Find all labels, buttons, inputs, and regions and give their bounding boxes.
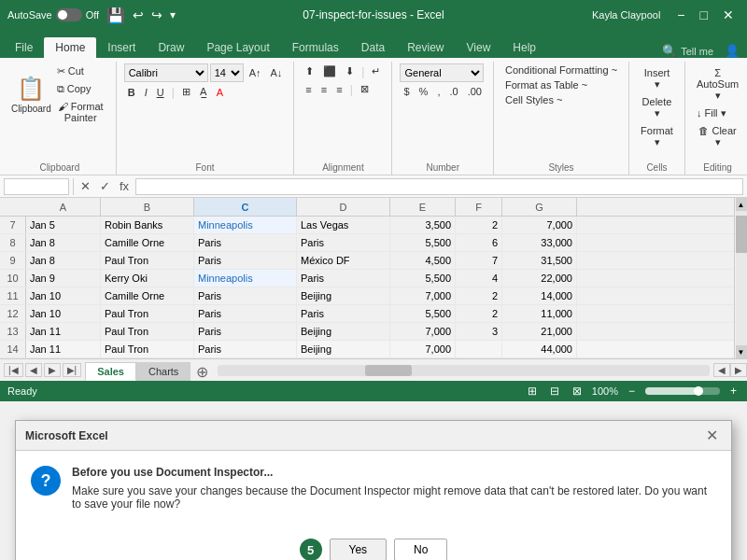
cell-7-c[interactable]: Minneapolis [194, 217, 297, 233]
horizontal-scroll-thumb[interactable] [365, 365, 412, 376]
currency-button[interactable]: $ [400, 84, 413, 99]
dialog-no-button[interactable]: No [394, 539, 447, 560]
cell-13-g[interactable]: 21,000 [502, 323, 577, 340]
name-box[interactable] [4, 178, 69, 195]
cell-11-d[interactable]: Beijing [297, 287, 390, 304]
scroll-down-button[interactable]: ▼ [736, 345, 747, 358]
tab-draw[interactable]: Draw [147, 37, 195, 58]
cell-13-e[interactable]: 7,000 [390, 323, 456, 340]
cell-11-c[interactable]: Paris [194, 287, 297, 304]
tab-help[interactable]: Help [501, 37, 547, 58]
autosum-button[interactable]: Σ AutoSum ▾ [693, 65, 742, 104]
align-center-button[interactable]: ≡ [317, 82, 331, 97]
format-as-table-button[interactable]: Format as Table ~ [501, 78, 591, 91]
cell-14-b[interactable]: Paul Tron [101, 341, 194, 357]
scroll-thumb[interactable] [736, 216, 747, 253]
cell-9-d[interactable]: México DF [297, 252, 390, 269]
zoom-slider[interactable] [645, 387, 720, 395]
align-top-button[interactable]: ⬆ [302, 63, 317, 79]
conditional-formatting-button[interactable]: Conditional Formatting ~ [501, 63, 621, 77]
cell-7-g[interactable]: 7,000 [502, 217, 577, 233]
percent-button[interactable]: % [416, 84, 432, 99]
scroll-up-button[interactable]: ▲ [736, 198, 747, 211]
cell-9-b[interactable]: Paul Tron [101, 252, 194, 269]
cell-14-c[interactable]: Paris [194, 341, 297, 357]
cell-9-g[interactable]: 31,500 [502, 252, 577, 269]
confirm-formula-icon[interactable]: ✓ [97, 179, 113, 193]
cell-7-f[interactable]: 2 [456, 217, 502, 233]
cell-11-g[interactable]: 14,000 [502, 287, 577, 304]
cell-12-d[interactable]: Paris [297, 305, 390, 322]
fill-button[interactable]: ↓ Fill ▾ [693, 105, 742, 121]
cell-14-d[interactable]: Beijing [297, 341, 390, 357]
cell-10-f[interactable]: 4 [456, 270, 502, 287]
sheet-tab-charts[interactable]: Charts [136, 362, 190, 381]
dialog-yes-button[interactable]: Yes [330, 539, 388, 560]
hscroll-left-button[interactable]: ◀ [713, 363, 730, 377]
zoom-in-button[interactable]: + [727, 384, 740, 399]
align-bottom-button[interactable]: ⬇ [342, 63, 358, 79]
tell-me-label[interactable]: Tell me [681, 46, 713, 57]
cell-10-b[interactable]: Kerry Oki [101, 270, 194, 287]
search-icon[interactable]: 🔍 [662, 44, 677, 58]
formula-input[interactable] [135, 178, 743, 195]
redo-icon[interactable]: ↪ [151, 7, 162, 22]
cell-7-e[interactable]: 3,500 [390, 217, 456, 233]
cell-10-d[interactable]: Paris [297, 270, 390, 287]
fill-color-button[interactable]: A̲ [196, 84, 211, 100]
cell-12-f[interactable]: 2 [456, 305, 502, 322]
number-format-select[interactable]: General [400, 63, 484, 82]
cell-8-f[interactable]: 6 [456, 234, 502, 251]
share-icon[interactable]: 👤 [725, 44, 740, 58]
save-icon[interactable]: 💾 [106, 7, 125, 24]
align-middle-button[interactable]: ⬛ [319, 63, 340, 79]
increase-font-button[interactable]: A↑ [246, 65, 265, 80]
cell-14-e[interactable]: 7,000 [390, 341, 456, 357]
cell-9-e[interactable]: 4,500 [390, 252, 456, 269]
cell-13-f[interactable]: 3 [456, 323, 502, 340]
cell-13-d[interactable]: Beijing [297, 323, 390, 340]
cell-11-b[interactable]: Camille Orne [101, 287, 194, 304]
cell-7-b[interactable]: Robin Banks [101, 217, 194, 233]
cell-7-a[interactable]: Jan 5 [26, 217, 101, 233]
cell-8-a[interactable]: Jan 8 [26, 234, 101, 251]
restore-button[interactable]: □ [695, 6, 713, 24]
function-icon[interactable]: fx [117, 179, 132, 193]
format-painter-button[interactable]: 🖌 Format Painter [53, 99, 108, 125]
comma-button[interactable]: , [433, 84, 444, 99]
last-sheet-button[interactable]: ▶| [63, 363, 82, 377]
add-sheet-button[interactable]: ⊕ [190, 363, 214, 381]
zoom-handle[interactable] [694, 386, 703, 396]
close-button[interactable]: ✕ [717, 6, 740, 24]
merge-cells-button[interactable]: ⊠ [357, 81, 373, 97]
cell-8-g[interactable]: 33,000 [502, 234, 577, 251]
first-sheet-button[interactable]: |◀ [4, 363, 23, 377]
cell-10-c[interactable]: Minneapolis [194, 270, 297, 287]
minimize-button[interactable]: − [671, 6, 690, 24]
decrease-decimal-button[interactable]: .0 [445, 84, 461, 99]
cell-10-e[interactable]: 5,500 [390, 270, 456, 287]
bold-button[interactable]: B [124, 85, 139, 100]
customize-qs-icon[interactable]: ▾ [170, 8, 176, 21]
sheet-tab-sales[interactable]: Sales [85, 362, 136, 381]
undo-icon[interactable]: ↩ [133, 7, 144, 22]
tab-review[interactable]: Review [396, 37, 455, 58]
cell-13-a[interactable]: Jan 11 [26, 323, 101, 340]
font-size-select[interactable]: 14 [210, 63, 244, 82]
cell-7-d[interactable]: Las Vegas [297, 217, 390, 233]
cell-14-g[interactable]: 44,000 [502, 341, 577, 357]
autosave-toggle[interactable] [56, 8, 82, 21]
underline-button[interactable]: U [153, 85, 168, 100]
zoom-out-button[interactable]: − [626, 384, 638, 399]
paste-button[interactable]: 📋Clipboard [11, 74, 51, 116]
tab-home[interactable]: Home [44, 37, 96, 58]
cell-9-c[interactable]: Paris [194, 252, 297, 269]
copy-button[interactable]: ⧉ Copy [53, 81, 108, 97]
cell-14-a[interactable]: Jan 11 [26, 341, 101, 357]
italic-button[interactable]: I [141, 85, 151, 100]
cell-12-e[interactable]: 5,500 [390, 305, 456, 322]
dialog-close-button[interactable]: ✕ [702, 427, 722, 444]
format-cells-button[interactable]: Format ▾ [637, 123, 677, 150]
delete-cells-button[interactable]: Delete ▾ [637, 94, 677, 121]
cell-12-c[interactable]: Paris [194, 305, 297, 322]
